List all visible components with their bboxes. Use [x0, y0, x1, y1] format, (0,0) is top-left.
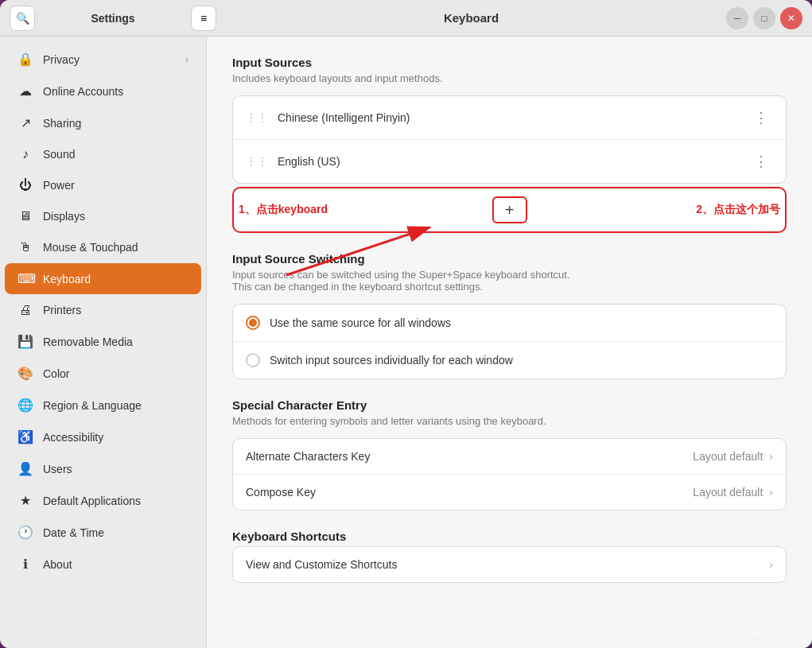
source-name: English (US) — [278, 155, 740, 168]
compose-key-value: Layout default — [693, 486, 763, 499]
view-shortcuts-label: View and Customize Shortcuts — [246, 558, 769, 571]
info-icon: ℹ — [17, 557, 33, 572]
sidebar-item-privacy[interactable]: 🔒 Privacy › — [5, 44, 201, 75]
sidebar-item-about[interactable]: ℹ About — [5, 549, 201, 580]
share-icon: ↗ — [17, 115, 33, 130]
input-source-chinese[interactable]: ⋮⋮ Chinese (Intelligent Pinyin) ⋮ — [233, 96, 786, 140]
sidebar-item-printers[interactable]: 🖨 Printers — [5, 295, 201, 325]
shortcuts-title: Keyboard Shortcuts — [232, 530, 787, 543]
sidebar-item-date-time[interactable]: 🕐 Date & Time — [5, 517, 201, 548]
user-icon: 👤 — [17, 461, 33, 476]
sidebar-item-default-apps[interactable]: ★ Default Applications — [5, 485, 201, 516]
special-chars-desc: Methods for entering symbols and letter … — [232, 415, 787, 427]
switching-desc-line2: This can be changed in the keyboard shor… — [232, 281, 483, 293]
titlebar: 🔍 Settings ≡ Keyboard ─ □ ✕ — [0, 0, 812, 37]
radio-label-same: Use the same source for all windows — [270, 316, 451, 329]
sidebar-item-label: Printers — [43, 304, 188, 316]
sidebar-item-label: Power — [43, 179, 188, 192]
sidebar-item-label: Sound — [43, 148, 188, 161]
alternate-chars-value: Layout default — [693, 450, 763, 463]
sidebar-item-label: Default Applications — [43, 495, 188, 507]
star-icon: ★ — [17, 493, 33, 508]
search-button[interactable]: 🔍 — [10, 6, 35, 31]
sidebar-item-label: Displays — [43, 210, 188, 223]
radio-button-checked[interactable] — [246, 316, 260, 330]
input-sources-title: Input Sources — [232, 56, 787, 69]
radio-label-individual: Switch input sources individually for ea… — [270, 354, 513, 367]
globe-icon: 🌐 — [17, 398, 33, 413]
special-chars-list: Alternate Characters Key Layout default … — [232, 438, 787, 510]
switching-radio-group: Use the same source for all windows Swit… — [232, 304, 787, 379]
color-icon: 🎨 — [17, 366, 33, 381]
sidebar-item-region[interactable]: 🌐 Region & Language — [5, 390, 201, 421]
minimize-button[interactable]: ─ — [726, 7, 748, 29]
more-options-button[interactable]: ⋮ — [749, 107, 773, 128]
sidebar-item-online-accounts[interactable]: ☁ Online Accounts — [5, 76, 201, 107]
radio-individual-source[interactable]: Switch input sources individually for ea… — [233, 342, 786, 378]
drag-handle-icon: ⋮⋮ — [246, 111, 268, 124]
radio-button-unchecked[interactable] — [246, 353, 260, 367]
content-area: 🔒 Privacy › ☁ Online Accounts ↗ Sharing … — [0, 37, 812, 648]
window-controls: ─ □ ✕ — [726, 7, 802, 29]
chevron-right-icon: › — [185, 54, 188, 65]
more-options-button[interactable]: ⋮ — [749, 151, 773, 172]
input-source-english[interactable]: ⋮⋮ English (US) ⋮ — [233, 140, 786, 183]
view-shortcuts-row[interactable]: View and Customize Shortcuts › — [233, 547, 786, 582]
menu-button[interactable]: ≡ — [191, 6, 216, 31]
sidebar-item-sound[interactable]: ♪ Sound — [5, 139, 201, 169]
display-icon: 🖥 — [17, 209, 33, 223]
sidebar-item-label: Online Accounts — [43, 85, 188, 98]
switching-desc: Input sources can be switched using the … — [232, 269, 787, 293]
shortcuts-section: Keyboard Shortcuts View and Customize Sh… — [232, 530, 787, 583]
alternate-chars-row[interactable]: Alternate Characters Key Layout default … — [233, 439, 786, 475]
shortcuts-list: View and Customize Shortcuts › — [232, 546, 787, 583]
sidebar-item-label: Users — [43, 463, 188, 475]
compose-key-row[interactable]: Compose Key Layout default › — [233, 475, 786, 510]
input-sources-list: ⋮⋮ Chinese (Intelligent Pinyin) ⋮ ⋮⋮ Eng… — [232, 95, 787, 184]
keyboard-icon: ⌨ — [17, 271, 33, 286]
sidebar-item-color[interactable]: 🎨 Color — [5, 358, 201, 389]
sidebar-item-label: Keyboard — [43, 273, 188, 285]
alternate-chars-label: Alternate Characters Key — [246, 450, 693, 463]
main-content: Input Sources Includes keyboard layouts … — [207, 37, 812, 648]
sidebar-item-label: Color — [43, 367, 188, 380]
printer-icon: 🖨 — [17, 303, 33, 317]
compose-key-label: Compose Key — [246, 486, 693, 499]
removable-icon: 💾 — [17, 334, 33, 349]
titlebar-left: 🔍 Settings ≡ — [10, 6, 216, 31]
sidebar-item-label: About — [43, 558, 188, 571]
special-chars-section: Special Character Entry Methods for ente… — [232, 398, 787, 510]
sidebar-item-power[interactable]: ⏻ Power — [5, 170, 201, 200]
close-button[interactable]: ✕ — [780, 7, 802, 29]
main-wrapper: Input Sources Includes keyboard layouts … — [207, 37, 812, 648]
sidebar-item-removable[interactable]: 💾 Removable Media — [5, 326, 201, 357]
main-window: 🔍 Settings ≡ Keyboard ─ □ ✕ 🔒 Privacy › … — [0, 0, 812, 648]
radio-same-source[interactable]: Use the same source for all windows — [233, 305, 786, 342]
sidebar-item-label: Privacy — [43, 53, 176, 66]
sidebar-item-keyboard[interactable]: ⌨ Keyboard — [5, 263, 201, 294]
sidebar-item-sharing[interactable]: ↗ Sharing — [5, 107, 201, 138]
keyboard-title: Keyboard — [223, 11, 720, 25]
add-source-row: 1、点击keyboard + 2、点击这个加号 — [232, 187, 787, 233]
sidebar-item-mouse[interactable]: 🖱 Mouse & Touchpad — [5, 232, 201, 262]
clock-icon: 🕐 — [17, 525, 33, 540]
source-name: Chinese (Intelligent Pinyin) — [278, 111, 740, 124]
power-icon: ⏻ — [17, 178, 33, 192]
sidebar-item-label: Accessibility — [43, 431, 188, 444]
maximize-button[interactable]: □ — [753, 7, 775, 29]
chevron-right-icon: › — [769, 450, 773, 463]
add-input-source-button[interactable]: + — [492, 196, 527, 223]
sidebar-item-displays[interactable]: 🖥 Displays — [5, 201, 201, 231]
chevron-right-icon: › — [769, 558, 773, 571]
sidebar-item-accessibility[interactable]: ♿ Accessibility — [5, 421, 201, 452]
input-sources-section: Input Sources Includes keyboard layouts … — [232, 56, 787, 233]
annotation-step1: 1、点击keyboard — [239, 203, 328, 217]
sidebar: 🔒 Privacy › ☁ Online Accounts ↗ Sharing … — [0, 37, 207, 648]
switching-section: Input Source Switching Input sources can… — [232, 252, 787, 379]
sidebar-item-users[interactable]: 👤 Users — [5, 453, 201, 484]
sidebar-item-label: Sharing — [43, 117, 188, 130]
switching-desc-line1: Input sources can be switched using the … — [232, 269, 570, 281]
accessibility-icon: ♿ — [17, 429, 33, 444]
annotation-step2: 2、点击这个加号 — [696, 203, 780, 217]
lock-icon: 🔒 — [17, 52, 33, 67]
